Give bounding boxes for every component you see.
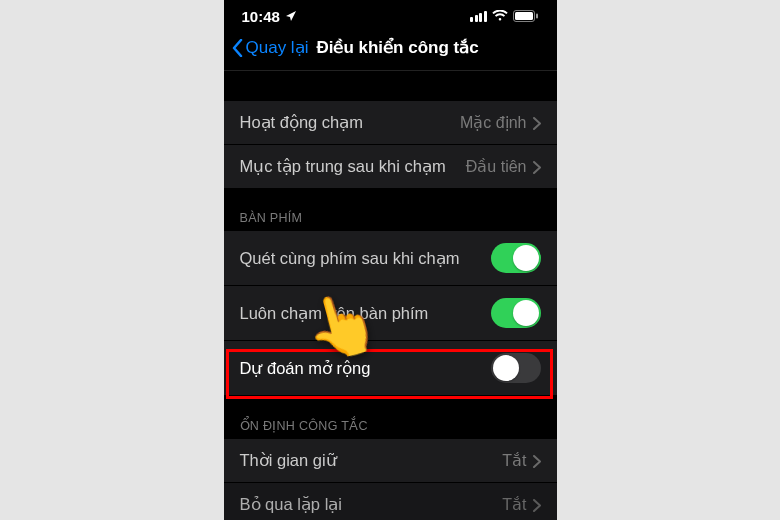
toggle-predict-expand[interactable] <box>491 353 541 383</box>
row-value: Đầu tiên <box>466 157 541 176</box>
row-value-text: Tắt <box>502 451 526 470</box>
svg-rect-1 <box>515 12 533 20</box>
back-label: Quay lại <box>246 37 309 58</box>
row-scan-same-key: Quét cùng phím sau khi chạm <box>224 231 557 286</box>
toggle-always-keyboard[interactable] <box>491 298 541 328</box>
phone-screen: 10:48 Quay lại Điều khiển công tắc <box>224 0 557 520</box>
row-focus-after-touch[interactable]: Mục tập trung sau khi chạm Đầu tiên <box>224 145 557 189</box>
row-label: Mục tập trung sau khi chạm <box>240 157 446 176</box>
row-value-text: Mặc định <box>460 113 526 132</box>
chevron-right-icon <box>533 160 541 173</box>
nav-bar: Quay lại Điều khiển công tắc <box>224 29 557 71</box>
status-time: 10:48 <box>242 8 280 25</box>
chevron-right-icon <box>533 454 541 467</box>
row-always-keyboard: Luôn chạm trên bàn phím <box>224 286 557 341</box>
row-label: Dự đoán mở rộng <box>240 359 371 378</box>
row-value-text: Đầu tiên <box>466 157 527 176</box>
row-touch-action[interactable]: Hoạt động chạm Mặc định <box>224 101 557 145</box>
page-title: Điều khiển công tắc <box>316 37 478 58</box>
section-gap <box>224 71 557 101</box>
row-label: Hoạt động chạm <box>240 113 364 132</box>
status-bar: 10:48 <box>224 0 557 29</box>
row-value: Tắt <box>502 451 540 470</box>
status-right <box>470 8 539 25</box>
toggle-scan-same-key[interactable] <box>491 243 541 273</box>
section-header-stabilize: ỔN ĐỊNH CÔNG TẮC <box>224 396 557 439</box>
cellular-icon <box>470 11 487 22</box>
row-ignore-repeat[interactable]: Bỏ qua lặp lại Tắt <box>224 483 557 520</box>
location-icon <box>285 8 297 25</box>
row-label: Quét cùng phím sau khi chạm <box>240 249 460 268</box>
row-label: Bỏ qua lặp lại <box>240 495 342 514</box>
chevron-right-icon <box>533 116 541 129</box>
chevron-left-icon <box>232 39 243 57</box>
battery-icon <box>513 8 539 25</box>
row-value: Mặc định <box>460 113 540 132</box>
status-left: 10:48 <box>242 8 297 25</box>
row-hold-time[interactable]: Thời gian giữ Tắt <box>224 439 557 483</box>
row-value: Tắt <box>502 495 540 514</box>
back-button[interactable]: Quay lại <box>232 37 309 58</box>
svg-rect-2 <box>536 14 538 19</box>
wifi-icon <box>492 8 508 25</box>
section-header-keyboard: BÀN PHÍM <box>224 189 557 231</box>
chevron-right-icon <box>533 498 541 511</box>
row-label: Thời gian giữ <box>240 451 337 470</box>
row-value-text: Tắt <box>502 495 526 514</box>
row-predict-expand: Dự đoán mở rộng <box>224 341 557 396</box>
